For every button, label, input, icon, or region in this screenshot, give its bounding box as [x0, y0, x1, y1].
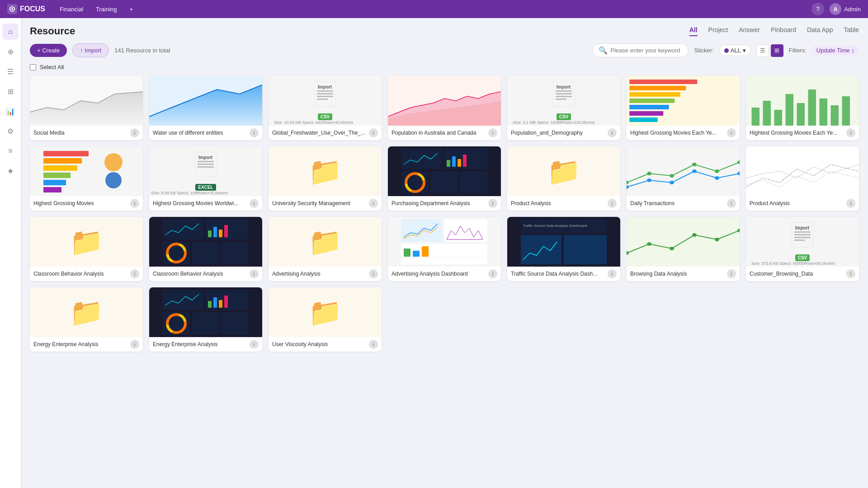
- svg-rect-27: [629, 105, 669, 109]
- card-highest-grossing-movies[interactable]: Highest Grossing Moviesi: [30, 146, 143, 211]
- card-population-australia[interactable]: Population in Australia and Canadai: [388, 76, 501, 140]
- card-info-button[interactable]: i: [250, 199, 259, 208]
- svg-rect-46: [43, 187, 61, 192]
- card-classroom-behavior-2[interactable]: Classroom Behavior Analysisi: [149, 217, 262, 281]
- card-info-button[interactable]: i: [130, 199, 139, 208]
- card-info-button[interactable]: i: [846, 128, 855, 137]
- card-info-button[interactable]: i: [130, 340, 139, 349]
- card-info-button[interactable]: i: [130, 269, 139, 278]
- card-water-use[interactable]: Water use of different entitiesi: [149, 76, 262, 140]
- sidebar-search[interactable]: ⊕: [2, 43, 19, 60]
- card-browsing-data[interactable]: Browsing Data Analysisi: [627, 217, 740, 281]
- svg-rect-20: [556, 99, 566, 100]
- card-info-button[interactable]: i: [608, 269, 617, 278]
- view-grid-btn[interactable]: ⊞: [771, 44, 783, 57]
- sidebar-home[interactable]: ⌂: [2, 23, 19, 40]
- svg-point-108: [647, 242, 651, 246]
- card-highest-grossing-bar[interactable]: Highest Grossing Movies Each Ye...i: [627, 76, 740, 140]
- card-name: Highest Grossing Movies Each Ye...: [630, 130, 727, 136]
- card-info-button[interactable]: i: [130, 128, 139, 137]
- tab-pinboard[interactable]: Pinboard: [771, 26, 796, 36]
- svg-rect-23: [629, 80, 697, 84]
- card-info-button[interactable]: i: [608, 199, 617, 208]
- svg-rect-19: [556, 96, 572, 97]
- card-classroom-behavior-1[interactable]: 📁Classroom Behavior Analysisi: [30, 217, 143, 281]
- sidebar-settings[interactable]: ⚙: [2, 123, 19, 139]
- card-university-security[interactable]: 📁University Security Managementi: [269, 146, 382, 211]
- import-button[interactable]: ↑ Import: [72, 43, 109, 57]
- card-info-button[interactable]: i: [250, 128, 259, 137]
- sidebar-grid[interactable]: ⊞: [2, 83, 19, 99]
- card-highest-grossing-ye[interactable]: Hightest Grossing Movies Each Ye...i: [746, 76, 859, 140]
- card-population-demography[interactable]: Import CSV Size: 3.1 MB Specs: 18288Rows…: [507, 76, 620, 140]
- nav-financial[interactable]: Financial: [54, 4, 89, 14]
- card-energy-enterprise-1[interactable]: 📁Energy Enterprise Analysisi: [30, 287, 143, 352]
- tab-data-app[interactable]: Data App: [807, 26, 833, 36]
- card-info-button[interactable]: i: [727, 199, 736, 208]
- svg-rect-51: [198, 164, 214, 165]
- card-info-button[interactable]: i: [369, 269, 378, 278]
- sidebar-menu[interactable]: ☰: [2, 63, 19, 80]
- card-info-button[interactable]: i: [488, 128, 497, 137]
- card-info-button[interactable]: i: [846, 199, 855, 208]
- tab-table[interactable]: Table: [844, 26, 859, 36]
- card-name: Daily Transactions: [630, 200, 727, 206]
- nav-add-tab[interactable]: +: [124, 4, 139, 14]
- sidebar-list[interactable]: ≡: [2, 143, 19, 159]
- sticker-dot: [724, 48, 729, 53]
- svg-rect-114: [794, 231, 811, 233]
- card-energy-enterprise-2[interactable]: Energy Enterprise Analysisi: [149, 287, 262, 352]
- search-box[interactable]: 🔍: [593, 43, 689, 57]
- card-daily-transactions[interactable]: Daily Transactionsi: [627, 146, 740, 211]
- card-info-button[interactable]: i: [369, 128, 378, 137]
- card-info-button[interactable]: i: [488, 199, 497, 208]
- select-all-checkbox[interactable]: [30, 64, 36, 70]
- card-advertising-dashboard[interactable]: Advertising Analysis Dashboardi: [388, 217, 501, 281]
- filter-update-time[interactable]: Update Time ↕: [812, 46, 859, 55]
- card-info-button[interactable]: i: [369, 340, 378, 349]
- svg-rect-105: [564, 235, 607, 264]
- svg-point-69: [670, 174, 674, 178]
- card-product-analysis-1[interactable]: 📁Product Analysisi: [507, 146, 620, 211]
- card-social-media[interactable]: Social Mediai: [30, 76, 143, 140]
- card-info-button[interactable]: i: [846, 269, 855, 278]
- card-user-viscosity[interactable]: 📁User Viscosity Analysisi: [269, 287, 382, 352]
- sticker-select[interactable]: ALL ▾: [719, 45, 751, 56]
- nav-training[interactable]: Training: [90, 4, 122, 14]
- svg-rect-9: [317, 93, 333, 94]
- card-name: Water use of different entities: [153, 130, 250, 136]
- card-purchasing-dept[interactable]: Purchasing Department Analysisi: [388, 146, 501, 211]
- view-list-btn[interactable]: ☰: [756, 44, 769, 57]
- select-all-label[interactable]: Select All: [40, 64, 64, 70]
- svg-rect-32: [763, 101, 771, 126]
- card-advertising-analysis[interactable]: 📁Advertising Analysisi: [269, 217, 382, 281]
- card-highest-grossing-worldwide[interactable]: Import EXCEL Size: 8.59 KB Specs: 108Row…: [149, 146, 262, 211]
- card-customer-browsing[interactable]: Import CSV Size: 372.6 KB Specs: 50000Ro…: [746, 217, 859, 281]
- card-global-freshwater[interactable]: Import CSV Size: 10.29 KB Specs: 441Rows…: [269, 76, 382, 140]
- svg-rect-63: [463, 155, 467, 167]
- create-button[interactable]: + Create: [30, 44, 67, 57]
- user-badge[interactable]: A Admin: [830, 3, 861, 15]
- svg-rect-89: [224, 225, 228, 237]
- tab-project[interactable]: Project: [708, 26, 728, 36]
- tab-answer[interactable]: Answer: [739, 26, 760, 36]
- card-info-button[interactable]: i: [250, 269, 259, 278]
- card-info-button[interactable]: i: [608, 128, 617, 137]
- card-product-analysis-2[interactable]: Product Analysisi: [746, 146, 859, 211]
- card-name: Advertising Analysis Dashboard: [392, 271, 488, 277]
- help-icon[interactable]: ?: [811, 3, 824, 15]
- svg-rect-59: [460, 171, 487, 194]
- card-info-button[interactable]: i: [727, 269, 736, 278]
- filter-value: Update Time: [816, 47, 850, 54]
- card-traffic-source[interactable]: Traffic Source Data Analysis Dashboard T…: [507, 217, 620, 281]
- tab-all[interactable]: All: [689, 26, 698, 36]
- card-name: Energy Enterprise Analysis: [33, 341, 130, 347]
- card-info-button[interactable]: i: [369, 199, 378, 208]
- card-info-button[interactable]: i: [250, 340, 259, 349]
- sidebar-chart[interactable]: 📊: [2, 103, 19, 119]
- search-input[interactable]: [610, 47, 683, 54]
- sidebar-star[interactable]: ★: [2, 163, 19, 179]
- card-info-button[interactable]: i: [727, 128, 736, 137]
- app-name: FOCUS: [20, 5, 45, 13]
- card-info-button[interactable]: i: [488, 269, 497, 278]
